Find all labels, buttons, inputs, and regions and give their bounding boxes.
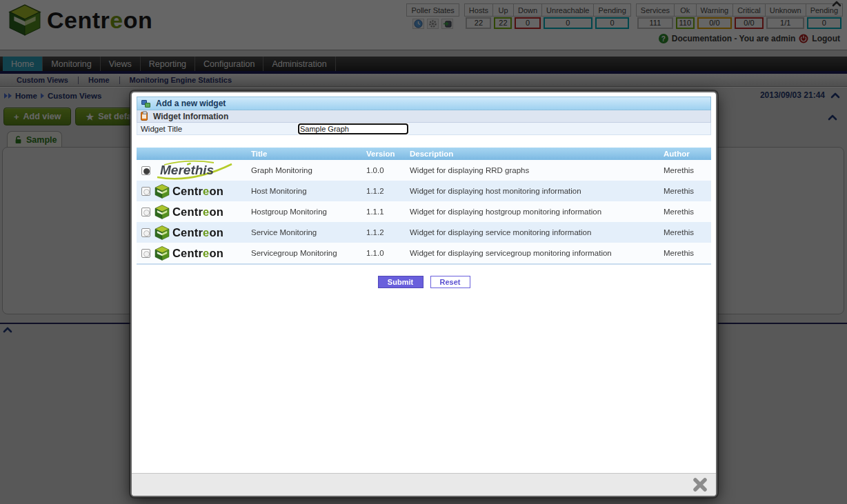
reset-button[interactable]: Reset [430,276,470,288]
merethis-logo: Merethis [155,160,251,181]
radio-servicegroup-monitoring[interactable] [141,249,150,258]
widget-version-cell: 1.1.2 [366,187,410,195]
svg-text:Merethis: Merethis [160,163,214,177]
table-row-hostgroup-monitoring: Centreon Hostgroup Monitoring 1.1.1 Widg… [137,201,711,222]
widget-title-cell: Host Monitoring [251,187,366,195]
widget-title-row: Widget Title [137,123,711,135]
widget-information-label: Widget Information [153,112,228,121]
centreon-logo-small: Centreon [155,225,251,240]
widget-version-cell: 1.1.0 [366,249,410,257]
widget-author-cell: Merethis [664,187,711,195]
add-widget-icon [141,99,151,108]
table-row-service-monitoring: Centreon Service Monitoring 1.1.2 Widget… [137,222,711,243]
radio-graph-monitoring[interactable] [141,166,150,175]
centreon-app: Centreon Poller States [0,0,847,504]
widget-title-cell: Graph Monitoring [251,166,366,174]
widget-information-bar: Widget Information [137,110,711,123]
widget-version-cell: 1.1.1 [366,208,410,216]
col-header-title: Title [251,150,366,158]
col-header-author: Author [664,150,711,158]
col-header-description: Description [410,150,664,158]
modal-title: Add a new widget [156,99,226,108]
widget-title-input[interactable] [298,123,408,134]
widget-table-header: Title Version Description Author [137,148,711,160]
submit-button[interactable]: Submit [378,276,424,288]
add-widget-modal: Add a new widget Widget Information Widg… [130,91,717,497]
table-row-graph-monitoring: Merethis Graph Monitoring 1.0.0 Widget f… [137,160,711,181]
centreon-logo-small: Centreon [155,205,251,219]
centreon-logo-small: Centreon [155,246,251,261]
modal-footer [132,473,716,496]
modal-body: Add a new widget Widget Information Widg… [132,92,716,473]
widget-author-cell: Merethis [664,208,711,216]
widget-title-label: Widget Title [141,125,298,133]
widget-author-cell: Merethis [664,249,711,257]
widget-version-cell: 1.1.2 [366,228,410,236]
widget-title-cell: Service Monitoring [251,228,366,236]
widget-author-cell: Merethis [664,166,711,174]
widget-title-cell: Servicegroup Monitoring [251,249,366,257]
widget-description-cell: Widget for displaying servicegroup monit… [410,249,664,257]
widget-description-cell: Widget for displaying host monitoring in… [410,187,664,195]
radio-service-monitoring[interactable] [141,228,150,237]
radio-hostgroup-monitoring[interactable] [141,208,150,216]
widget-version-cell: 1.0.0 [366,166,410,174]
widget-description-cell: Widget for displaying hostgroup monitori… [410,208,664,216]
table-row-host-monitoring: Centreon Host Monitoring 1.1.2 Widget fo… [137,181,711,201]
clipboard-icon [141,112,148,121]
table-row-servicegroup-monitoring: Centreon Servicegroup Monitoring 1.1.0 W… [137,243,711,263]
close-icon[interactable] [692,477,708,492]
centreon-logo-small: Centreon [155,184,251,199]
radio-host-monitoring[interactable] [141,187,150,196]
widget-table-rows: Merethis Graph Monitoring 1.0.0 Widget f… [137,160,711,265]
col-header-version: Version [366,150,410,158]
widget-description-cell: Widget for displaying RRD graphs [410,166,664,174]
modal-actions: Submit Reset [137,276,711,288]
widget-table: Title Version Description Author Merethi… [137,148,711,265]
widget-title-cell: Hostgroup Monitoring [251,208,366,216]
modal-title-bar: Add a new widget [137,97,711,110]
widget-description-cell: Widget for displaying service monitoring… [410,228,664,236]
widget-author-cell: Merethis [664,228,711,236]
